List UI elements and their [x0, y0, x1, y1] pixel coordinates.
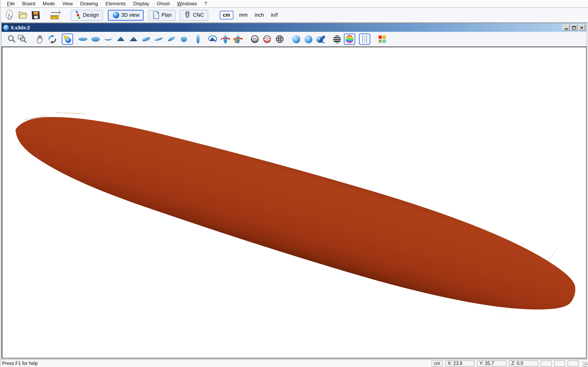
rotate-axis-icon [207, 34, 218, 44]
solid-sphere-alt-button[interactable] [303, 34, 314, 44]
zebra-sphere-icon [333, 35, 341, 43]
board-rocker-icon [103, 34, 113, 44]
cnc-mode-button[interactable]: CNC [180, 9, 208, 21]
render-light-button[interactable] [62, 33, 73, 45]
new-board-button[interactable] [4, 9, 15, 21]
menu-mode[interactable]: Mode [39, 1, 59, 7]
design-mode-button[interactable]: Design [71, 9, 103, 21]
render-light-icon [62, 34, 72, 44]
status-empty-cell [541, 360, 552, 366]
wire-sphere-icon [250, 34, 260, 44]
solid-sphere-button[interactable] [291, 34, 301, 44]
menu-help[interactable]: ? [201, 1, 211, 7]
close-button[interactable]: × [578, 25, 585, 31]
flow-lines-button[interactable] [359, 33, 370, 45]
board-front-icon [116, 34, 126, 44]
maximize-icon [572, 26, 576, 29]
design-nodes-icon [75, 11, 81, 20]
board-top-filled-button[interactable] [90, 34, 101, 44]
svg-text:0: 0 [56, 17, 57, 19]
main-toolbar: 1 0 Design 3D view Plan [0, 8, 588, 23]
unit-inf[interactable]: in/f [270, 11, 279, 19]
rainbow-sphere-icon [346, 35, 354, 43]
maximize-button[interactable] [571, 25, 577, 31]
board-front-alt-icon [129, 34, 138, 44]
document-title: X.s3dx:2 [11, 25, 562, 30]
3d-viewport[interactable] [2, 47, 587, 359]
board-side-button[interactable] [193, 34, 203, 44]
save-icon [30, 10, 41, 20]
unit-cm[interactable]: cm [219, 11, 233, 20]
minimize-button[interactable] [563, 25, 570, 31]
view-toolbar [2, 32, 587, 47]
plan-mode-label: Plan [162, 12, 172, 18]
cnc-bit-icon [184, 11, 191, 20]
solid-sphere-icon [292, 35, 300, 43]
wire-globe-button[interactable] [274, 34, 285, 44]
wire-globe-icon [275, 34, 285, 44]
spin-vertical-icon [220, 34, 231, 44]
status-unit: cm [432, 360, 443, 366]
wire-sphere-button[interactable] [250, 34, 260, 44]
rainbow-sphere-button[interactable] [344, 33, 355, 45]
zoom-rect-icon [17, 34, 27, 44]
board-front-alt-button[interactable] [128, 34, 139, 44]
3d-view-mode-button[interactable]: 3D view [108, 9, 144, 21]
save-button[interactable] [30, 9, 41, 21]
menu-view[interactable]: View [59, 1, 77, 7]
pan-button[interactable] [35, 34, 45, 44]
rotate-3d-button[interactable] [47, 34, 58, 44]
color-squares-button[interactable] [377, 34, 388, 44]
board-front-button[interactable] [116, 34, 126, 44]
color-squares-icon [379, 35, 386, 43]
zoom-button[interactable] [7, 34, 17, 44]
document-titlebar[interactable]: X.s3dx:2 × [2, 23, 587, 32]
document-window: X.s3dx:2 × [1, 23, 587, 359]
board-rocker-button[interactable] [103, 34, 113, 44]
board-side-icon [193, 34, 203, 44]
status-empty-cell [568, 360, 579, 366]
board-perspective-wedge-button[interactable] [166, 34, 177, 44]
unit-inch[interactable]: inch [253, 11, 265, 19]
menu-board[interactable]: Board [18, 1, 39, 7]
3d-view-mode-label: 3D view [121, 12, 139, 18]
board-perspective-thin-icon [154, 34, 164, 44]
board-perspective-thin-button[interactable] [154, 34, 164, 44]
menu-ghost[interactable]: Ghost [153, 1, 173, 7]
flip-vertical-button[interactable] [232, 34, 243, 44]
status-help-text: Press F1 for help [2, 361, 432, 366]
rotate-3d-icon [47, 34, 57, 44]
document-icon [3, 25, 9, 30]
open-button[interactable] [17, 9, 28, 21]
board-top-filled-icon [91, 34, 100, 44]
menu-windows[interactable]: Windows [173, 1, 200, 7]
menu-bar: File Board Mode View Drawing Elements Di… [0, 0, 588, 8]
wire-sphere-red-button[interactable] [262, 34, 272, 44]
board-perspective-wedge-icon [167, 34, 176, 44]
status-z-coordinate: Z: 0.0 [509, 360, 538, 366]
status-empty-cell [554, 360, 565, 366]
measurements-button[interactable]: 1 0 [50, 9, 62, 21]
plan-mode-button[interactable]: Plan [148, 9, 176, 21]
zoom-rect-button[interactable] [17, 34, 28, 44]
design-mode-label: Design [83, 12, 99, 18]
plan-document-icon [153, 11, 160, 19]
menu-drawing[interactable]: Drawing [76, 1, 102, 7]
spin-vertical-button[interactable] [220, 34, 231, 44]
sphere-edit-button[interactable] [316, 34, 326, 44]
board-3d-render[interactable] [2, 47, 586, 358]
menu-file[interactable]: File [3, 1, 18, 7]
menu-display[interactable]: Display [130, 1, 153, 7]
board-perspective-button[interactable] [141, 34, 151, 44]
new-board-icon [4, 9, 15, 21]
menu-elements[interactable]: Elements [102, 1, 130, 7]
sphere-edit-icon [316, 34, 326, 44]
resize-grip[interactable] [583, 362, 588, 367]
board-perspective-blob-button[interactable] [178, 34, 189, 44]
unit-mm[interactable]: mm [238, 11, 249, 19]
board-perspective-blob-icon [179, 34, 189, 44]
zebra-sphere-button[interactable] [332, 34, 342, 44]
board-top-outline-button[interactable] [78, 34, 88, 44]
zoom-icon [7, 34, 17, 44]
rotate-axis-button[interactable] [207, 34, 218, 44]
